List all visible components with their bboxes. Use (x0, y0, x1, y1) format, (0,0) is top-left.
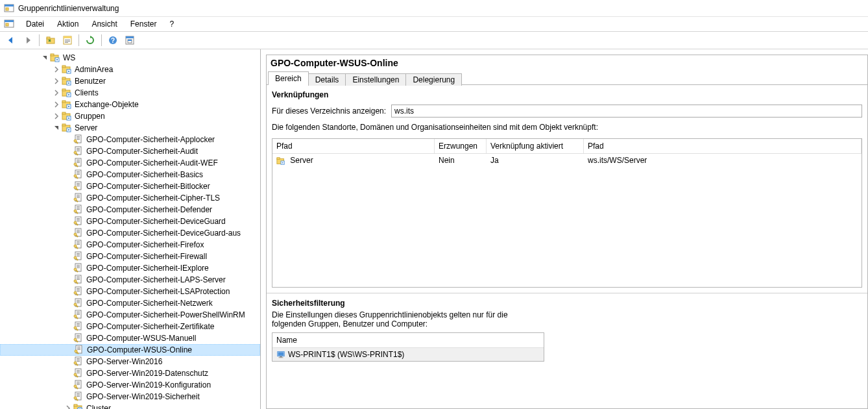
menu-window[interactable]: Fenster (124, 18, 163, 30)
svg-point-111 (74, 280, 77, 282)
svg-rect-53 (77, 148, 80, 149)
svg-rect-138 (77, 347, 80, 347)
svg-rect-38 (68, 106, 69, 107)
secfilter-table[interactable]: Name WS-PRINT1$ (WS\WS-PRINT1$) (272, 332, 544, 362)
menu-help[interactable]: ? (163, 18, 180, 30)
tree-node-gpo[interactable]: GPO-Computer-Sicherheit-Firefox (0, 239, 260, 251)
svg-rect-99 (77, 254, 80, 255)
svg-rect-9 (64, 36, 71, 38)
refresh-button[interactable] (82, 32, 98, 48)
svg-rect-4 (5, 20, 14, 22)
node-label: GPO-Computer-Sicherheit-Basics (86, 170, 206, 179)
tree-node-gpo[interactable]: GPO-Computer-Sicherheit-DeviceGuard (0, 216, 260, 227)
svg-rect-149 (77, 371, 80, 372)
col-pfad2[interactable]: Pfad (584, 139, 862, 153)
tabs: Bereich Details Einstellungen Delegierun… (267, 71, 867, 85)
svg-point-51 (74, 140, 77, 142)
tree-node-gpo[interactable]: GPO-Computer-Sicherheit-Defender (0, 204, 260, 216)
tree-node-server[interactable]: Server (0, 122, 260, 134)
svg-rect-100 (77, 256, 80, 256)
svg-rect-108 (77, 277, 80, 277)
col-aktiviert[interactable]: Verknüpfung aktiviert (487, 139, 584, 153)
property-button[interactable] (60, 32, 75, 48)
directory-dropdown[interactable]: ws.its (391, 105, 862, 118)
content-title: GPO-Computer-WSUS-Online (267, 55, 867, 71)
tree-node-ou[interactable]: AdminArea (0, 64, 260, 75)
expander-icon[interactable] (52, 88, 61, 97)
tree-node-gpo[interactable]: GPO-Computer-Sicherheit-LSAProtection (0, 286, 260, 297)
svg-rect-18 (128, 40, 132, 41)
tree-node-gpo[interactable]: GPO-Computer-Sicherheit-Applocker (0, 134, 260, 145)
tree-node-gpo[interactable]: GPO-Server-Win2016 (0, 356, 260, 367)
tree-node-gpo[interactable]: GPO-Computer-Sicherheit-Firewall (0, 251, 260, 262)
tree-node-ou[interactable]: Benutzer (0, 75, 260, 87)
tree-node-gpo[interactable]: GPO-Computer-Sicherheit-Cipher-TLS (0, 192, 260, 204)
forward-button[interactable] (20, 32, 36, 48)
tree-node-gpo[interactable]: GPO-Computer-Sicherheit-LAPS-Server (0, 274, 260, 286)
tree-node-gpo[interactable]: GPO-Server-Win2019-Sicherheit (0, 391, 260, 403)
tab-details[interactable]: Details (308, 73, 346, 86)
tree-node-gpo[interactable]: GPO-Computer-WSUS-Online (0, 344, 260, 356)
back-button[interactable] (3, 32, 19, 48)
svg-point-161 (74, 397, 77, 399)
node-icon (73, 380, 84, 390)
menu-file[interactable]: Datei (19, 18, 51, 30)
tree-node-gpo[interactable]: GPO-Computer-Sicherheit-IExplore (0, 262, 260, 274)
tab-einstellungen[interactable]: Einstellungen (345, 73, 406, 86)
tree-node-ws[interactable]: WS (0, 52, 260, 64)
tree-node-gpo[interactable]: GPO-Computer-Sicherheit-DeviceGuard-aus (0, 227, 260, 239)
tree-pane[interactable]: WSAdminAreaBenutzerClientsExchange-Objek… (0, 49, 261, 409)
tree-node-gpo[interactable]: GPO-Computer-Sicherheit-Audit-WEF (0, 157, 260, 169)
tab-bereich[interactable]: Bereich (268, 71, 309, 85)
expander-icon[interactable] (40, 53, 49, 62)
node-label: GPO-Computer-Sicherheit-PowerShellWinRM (86, 310, 248, 319)
expander-icon[interactable] (52, 112, 61, 121)
tree-node-gpo[interactable]: GPO-Computer-Sicherheit-Zertifikate (0, 321, 260, 332)
node-icon (73, 158, 84, 168)
tree-node-gpo[interactable]: GPO-Computer-Sicherheit-Basics (0, 169, 260, 180)
node-label: GPO-Computer-Sicherheit-Audit-WEF (86, 158, 221, 167)
tree-node-gpo[interactable]: GPO-Computer-Sicherheit-Audit (0, 145, 260, 157)
svg-rect-48 (77, 136, 80, 137)
svg-rect-115 (77, 291, 80, 291)
svg-rect-20 (51, 54, 54, 56)
expander-icon[interactable] (64, 404, 73, 409)
tree-node-gpo[interactable]: GPO-Computer-Sicherheit-PowerShellWinRM (0, 309, 260, 321)
node-icon (74, 345, 84, 355)
tree-node-ou[interactable]: Clients (0, 87, 260, 99)
tree-node-cluster[interactable]: Cluster (0, 403, 260, 409)
menu-action[interactable]: Aktion (51, 18, 85, 30)
window-button[interactable] (122, 32, 138, 48)
tree-node-ou[interactable]: Gruppen (0, 110, 260, 122)
folder-button[interactable] (43, 32, 58, 48)
links-table[interactable]: Pfad Erzwungen Verknüpfung aktiviert Pfa… (272, 138, 862, 288)
node-icon (73, 216, 84, 227)
svg-rect-139 (77, 348, 80, 349)
col-erzwungen[interactable]: Erzwungen (435, 139, 487, 153)
help-button[interactable]: ? (105, 32, 121, 48)
node-label: GPO-Computer-Sicherheit-Firefox (86, 240, 206, 249)
col-pfad[interactable]: Pfad (272, 139, 435, 153)
svg-rect-65 (77, 174, 80, 175)
expander-icon[interactable] (52, 65, 61, 74)
svg-rect-148 (77, 370, 80, 371)
expander-icon[interactable] (52, 123, 61, 132)
tree-node-ou[interactable]: Exchange-Objekte (0, 99, 260, 110)
svg-rect-80 (77, 209, 80, 210)
menu-view[interactable]: Ansicht (85, 18, 123, 30)
tree-node-gpo[interactable]: GPO-Server-Win2019-Konfiguration (0, 379, 260, 391)
tree-node-gpo[interactable]: GPO-Computer-Sicherheit-Bitlocker (0, 180, 260, 192)
tab-delegierung[interactable]: Delegierung (405, 73, 462, 86)
svg-rect-34 (68, 94, 69, 95)
links-row[interactable]: Server Nein Ja ws.its/WS/Server (272, 154, 862, 167)
tree-node-gpo[interactable]: GPO-Computer-WSUS-Manuell (0, 332, 260, 344)
expander-icon[interactable] (52, 77, 61, 86)
svg-point-101 (74, 256, 77, 259)
expander-icon[interactable] (52, 100, 61, 109)
svg-rect-26 (68, 71, 69, 72)
svg-rect-140 (77, 349, 80, 350)
secfilter-row[interactable]: WS-PRINT1$ (WS\WS-PRINT1$) (272, 348, 544, 361)
tree-node-gpo[interactable]: GPO-Server-Win2019-Datenschutz (0, 367, 260, 379)
secfilter-col[interactable]: Name (272, 333, 544, 348)
tree-node-gpo[interactable]: GPO-Computer-Sicherheit-Netzwerk (0, 297, 260, 309)
